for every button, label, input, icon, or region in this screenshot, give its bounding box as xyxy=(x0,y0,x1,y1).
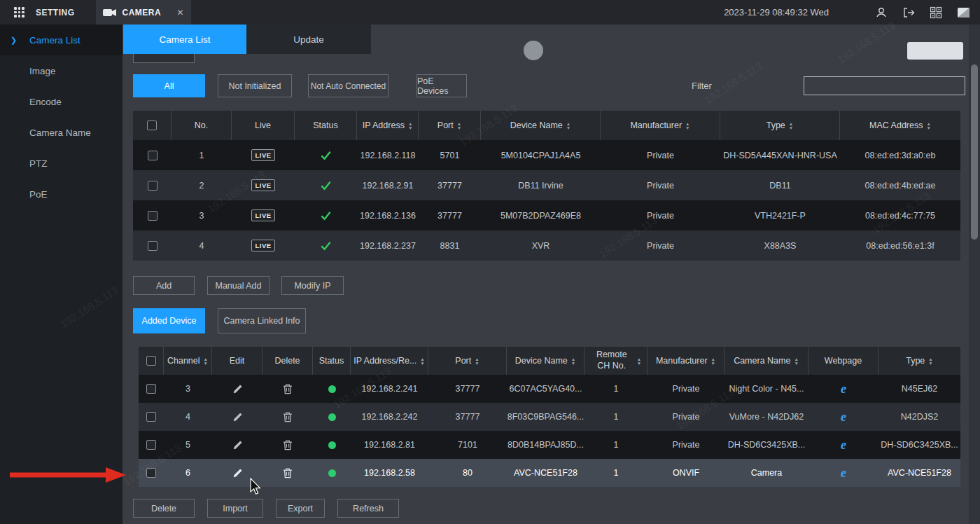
col-port[interactable]: Port▲▼ xyxy=(419,111,481,140)
sort-icon: ▲▼ xyxy=(566,122,570,130)
sidebar-item-camera-list[interactable]: ❯ Camera List xyxy=(0,25,122,55)
refresh-button[interactable]: Refresh xyxy=(337,499,399,518)
cell-edit xyxy=(212,375,262,403)
select-all-checkbox[interactable] xyxy=(146,356,156,366)
filter-all-button[interactable]: All xyxy=(133,74,205,97)
col-delete: Delete xyxy=(262,347,313,375)
cell-camera-name: DH-SD6C3425XB... xyxy=(724,431,808,459)
live-badge[interactable]: LIVE xyxy=(251,209,274,221)
delete-button[interactable]: Delete xyxy=(133,499,195,518)
cell-edit xyxy=(212,431,262,459)
row-checkbox[interactable] xyxy=(146,412,156,422)
edit-pencil-icon[interactable] xyxy=(232,384,243,394)
tab-camera-list[interactable]: Camera List xyxy=(123,25,246,54)
col-camera-name[interactable]: Camera Name▲▼ xyxy=(724,347,808,375)
sidebar-item-ptz[interactable]: PTZ xyxy=(0,148,122,179)
col-label: Type xyxy=(766,120,785,130)
col-label: No. xyxy=(195,120,208,130)
cell-status xyxy=(313,375,351,403)
col-mac-address[interactable]: MAC Address▲▼ xyxy=(840,111,960,140)
col-ip-address[interactable]: IP Address/Re...▲▼ xyxy=(351,347,428,375)
sort-asc-icon: ▲ xyxy=(711,357,715,361)
export-button[interactable]: Export xyxy=(276,499,325,518)
edit-pencil-icon[interactable] xyxy=(232,468,243,478)
filter-not-auto-connected-button[interactable]: Not Auto Connected xyxy=(308,74,388,97)
col-remote-ch[interactable]: Remote CH No.▲▼ xyxy=(584,347,648,375)
col-channel[interactable]: Channel▲▼ xyxy=(164,347,212,375)
edit-pencil-icon[interactable] xyxy=(232,440,243,450)
logout-icon[interactable] xyxy=(902,6,915,19)
live-badge[interactable]: LIVE xyxy=(251,240,274,251)
cell-device-name: 8D0B14BPAJ85D... xyxy=(507,431,584,459)
cell-manufacturer: Private xyxy=(601,200,720,230)
cell-status xyxy=(295,200,357,230)
camera-window-tab[interactable]: CAMERA ✕ xyxy=(96,0,191,25)
col-label: Device Name xyxy=(515,356,568,366)
ie-browser-icon[interactable]: e xyxy=(841,382,846,397)
delete-trash-icon[interactable] xyxy=(283,412,293,422)
delete-trash-icon[interactable] xyxy=(283,468,293,478)
add-button[interactable]: Add xyxy=(133,276,195,295)
cell-device-name: 6C07AC5YAG40... xyxy=(507,375,584,403)
ie-browser-icon[interactable]: e xyxy=(841,410,846,425)
filter-not-initialized-button[interactable]: Not Initialized xyxy=(218,74,292,97)
ie-browser-icon[interactable]: e xyxy=(841,438,846,453)
delete-trash-icon[interactable] xyxy=(283,384,293,394)
tab-camera-linked-info[interactable]: Camera Linked Info xyxy=(218,308,306,333)
scrollbar-track[interactable] xyxy=(969,25,980,524)
col-device-name[interactable]: Device Name▲▼ xyxy=(507,347,584,375)
cell-status xyxy=(313,459,351,487)
cell-status xyxy=(295,140,357,170)
camera-icon xyxy=(103,8,117,18)
cell-manufacturer: Private xyxy=(601,170,720,200)
checkbox-cell xyxy=(133,170,172,200)
sidebar-item-camera-name[interactable]: Camera Name xyxy=(0,117,122,148)
tab-added-device[interactable]: Added Device xyxy=(133,308,205,333)
row-checkbox[interactable] xyxy=(146,468,156,478)
sidebar-item-poe[interactable]: PoE xyxy=(0,179,122,209)
filter-input[interactable] xyxy=(804,76,965,95)
apps-grid-icon[interactable] xyxy=(14,7,24,18)
col-manufacturer[interactable]: Manufacturer▲▼ xyxy=(648,347,724,375)
sidebar-item-encode[interactable]: Encode xyxy=(0,86,122,117)
cell-type: AVC-NCE51F28 xyxy=(878,459,960,487)
row-checkbox[interactable] xyxy=(148,211,158,221)
tab-update[interactable]: Update xyxy=(246,25,371,54)
scrollbar-thumb[interactable] xyxy=(971,64,978,240)
cell-manufacturer: ONVIF xyxy=(648,459,724,487)
col-label: Device Name xyxy=(510,120,563,130)
col-device-name[interactable]: Device Name▲▼ xyxy=(481,111,601,140)
row-checkbox[interactable] xyxy=(148,241,158,251)
col-port[interactable]: Port▲▼ xyxy=(428,347,507,375)
sort-icon: ▲▼ xyxy=(711,357,715,365)
edit-pencil-icon[interactable] xyxy=(232,412,243,422)
filter-poe-devices-button[interactable]: PoE Devices xyxy=(416,74,467,97)
top-bar: SETTING CAMERA ✕ 2023-11-29 08:49:32 Wed xyxy=(0,0,980,25)
cell-no: 3 xyxy=(172,200,232,230)
cell-delete xyxy=(262,375,313,403)
ie-browser-icon[interactable]: e xyxy=(841,466,846,481)
close-icon[interactable]: ✕ xyxy=(176,8,183,18)
import-button[interactable]: Import xyxy=(207,499,263,518)
row-checkbox[interactable] xyxy=(148,181,158,191)
multi-screen-icon[interactable] xyxy=(930,6,942,19)
col-ip-address[interactable]: IP Address▲▼ xyxy=(357,111,419,140)
row-checkbox[interactable] xyxy=(146,384,156,394)
col-type[interactable]: Type▲▼ xyxy=(878,347,960,375)
delete-trash-icon[interactable] xyxy=(283,440,293,450)
live-badge[interactable]: LIVE xyxy=(251,149,274,161)
manual-add-button[interactable]: Manual Add xyxy=(207,276,270,295)
sidebar-item-image[interactable]: Image xyxy=(0,55,122,86)
modify-ip-button[interactable]: Modify IP xyxy=(281,276,344,295)
live-badge[interactable]: LIVE xyxy=(251,179,274,191)
user-icon[interactable] xyxy=(875,6,888,19)
display-icon[interactable] xyxy=(957,7,970,18)
col-type[interactable]: Type▲▼ xyxy=(720,111,840,140)
select-all-checkbox[interactable] xyxy=(147,120,157,130)
cell-type: X88A3S xyxy=(720,230,840,261)
row-checkbox[interactable] xyxy=(148,151,158,160)
row-checkbox[interactable] xyxy=(146,440,156,450)
col-manufacturer[interactable]: Manufacturer▲▼ xyxy=(601,111,720,140)
cutoff-circle-control[interactable] xyxy=(524,41,543,60)
cutoff-light-button[interactable] xyxy=(907,42,963,60)
